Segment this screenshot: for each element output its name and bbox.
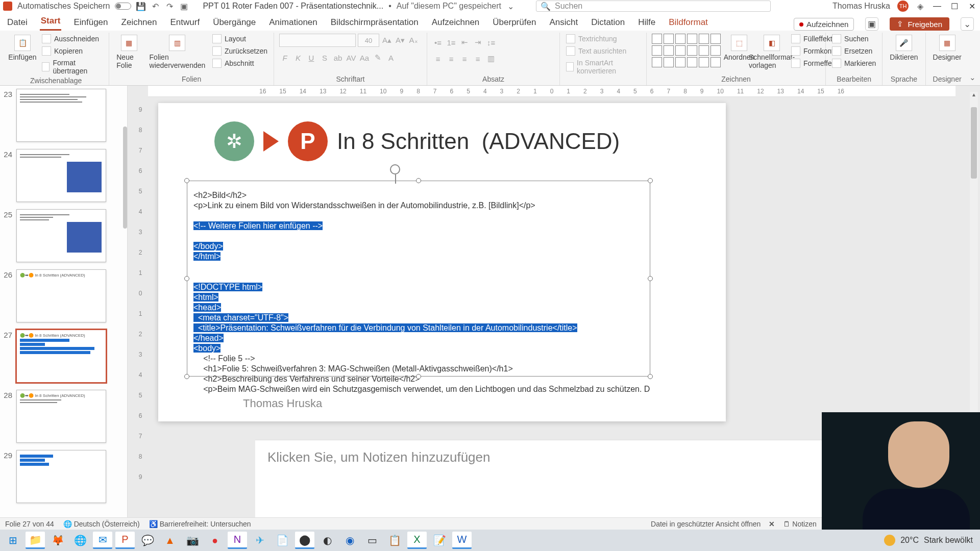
taskbar-outlook[interactable]: ✉ bbox=[93, 532, 112, 549]
section-button[interactable]: Abschnitt bbox=[211, 58, 268, 68]
bullets-button[interactable]: •≡ bbox=[432, 37, 444, 48]
notes-toggle[interactable]: 🗒 Notizen bbox=[783, 520, 816, 528]
resize-handle[interactable] bbox=[416, 178, 421, 183]
tab-start[interactable]: Start bbox=[40, 13, 62, 31]
resize-handle[interactable] bbox=[416, 374, 421, 379]
justify-button[interactable]: ≡ bbox=[472, 53, 483, 64]
thumbnail-25[interactable]: 25 bbox=[2, 209, 123, 262]
weather-text[interactable]: Stark bewölkt bbox=[924, 536, 973, 545]
present-icon[interactable]: ▣ bbox=[179, 2, 188, 11]
resize-handle[interactable] bbox=[184, 374, 189, 379]
taskbar-firefox[interactable]: 🦊 bbox=[48, 532, 67, 549]
shapes-gallery[interactable] bbox=[652, 34, 721, 67]
format-painter-button[interactable]: Format übertragen bbox=[41, 58, 104, 76]
temperature[interactable]: 20°C bbox=[900, 536, 919, 545]
tab-bildformat[interactable]: Bildformat bbox=[668, 14, 709, 31]
avatar[interactable]: TH bbox=[897, 1, 909, 12]
tab-ueberpruefen[interactable]: Überprüfen bbox=[492, 14, 537, 31]
chevron-down-icon[interactable]: ⌄ bbox=[506, 2, 516, 11]
taskbar-telegram[interactable]: ✈ bbox=[250, 532, 270, 549]
taskbar-vlc[interactable]: ▲ bbox=[160, 532, 180, 549]
paste-button[interactable]: 📋Einfügen bbox=[8, 34, 37, 62]
numbering-button[interactable]: 1≡ bbox=[446, 37, 457, 48]
redo-icon[interactable]: ↷ bbox=[165, 2, 174, 11]
taskbar-app7[interactable]: ▭ bbox=[362, 532, 382, 549]
record-button[interactable]: Aufzeichnen bbox=[794, 18, 854, 31]
case-button[interactable]: Aa bbox=[359, 52, 370, 63]
thumbnail-28[interactable]: 28🟢➡🟠 In 8 Schritten (ADVANCED) bbox=[2, 390, 123, 443]
reset-button[interactable]: Zurücksetzen bbox=[211, 46, 268, 56]
decrease-font-icon[interactable]: A▾ bbox=[395, 35, 406, 46]
resize-handle[interactable] bbox=[184, 276, 189, 281]
indent-button[interactable]: ⇥ bbox=[472, 37, 483, 48]
taskbar-app4[interactable]: 📄 bbox=[273, 532, 292, 549]
strike-button[interactable]: S bbox=[319, 52, 330, 63]
search-box[interactable]: 🔍 Suchen bbox=[536, 1, 771, 12]
replace-button[interactable]: Ersetzen bbox=[831, 46, 877, 56]
outdent-button[interactable]: ⇤ bbox=[459, 37, 470, 48]
taskbar-excel[interactable]: X bbox=[407, 532, 427, 549]
tab-animationen[interactable]: Animationen bbox=[268, 14, 318, 31]
protected-view-close[interactable]: ✕ bbox=[769, 520, 775, 528]
columns-button[interactable]: ▥ bbox=[485, 53, 497, 64]
protected-view-link[interactable]: Datei in geschützter Ansicht öffnen bbox=[651, 520, 761, 528]
tab-datei[interactable]: Datei bbox=[6, 14, 29, 31]
spacing-button[interactable]: AV bbox=[346, 52, 357, 63]
taskbar-app8[interactable]: 📋 bbox=[385, 532, 404, 549]
minimize-button[interactable]: — bbox=[932, 1, 942, 11]
select-button[interactable]: Markieren bbox=[831, 58, 877, 68]
underline-button[interactable]: U bbox=[306, 52, 317, 63]
autosave-toggle[interactable] bbox=[115, 3, 131, 10]
tab-dictation[interactable]: Dictation bbox=[590, 14, 626, 31]
new-slide-button[interactable]: ▦Neue Folie bbox=[114, 34, 143, 70]
align-right-button[interactable]: ≡ bbox=[459, 53, 470, 64]
taskbar-word[interactable]: W bbox=[452, 532, 472, 549]
designer-button[interactable]: ▦Designer bbox=[931, 34, 964, 62]
ribbon-collapse-button[interactable]: ⌄ bbox=[961, 17, 974, 31]
taskbar-app2[interactable]: 📷 bbox=[183, 532, 202, 549]
tab-hilfe[interactable]: Hilfe bbox=[637, 14, 656, 31]
font-color-button[interactable]: A bbox=[385, 52, 397, 63]
ribbon-options-icon[interactable]: ⌄ bbox=[969, 73, 976, 82]
align-center-button[interactable]: ≡ bbox=[446, 53, 457, 64]
taskbar-onenote[interactable]: N bbox=[228, 532, 247, 549]
thumbnail-26[interactable]: 26🟢➡🟠 In 8 Schritten (ADVANCED) bbox=[2, 269, 123, 322]
slide[interactable]: ✲ P In 8 Schritten (ADVANCED) <h2>Bild</… bbox=[158, 103, 726, 421]
taskbar-powerpoint[interactable]: P bbox=[115, 532, 135, 549]
present-mini-button[interactable]: ▣ bbox=[865, 17, 878, 31]
tab-aufzeichnen[interactable]: Aufzeichnen bbox=[431, 14, 481, 31]
dictate-button[interactable]: 🎤Diktieren bbox=[888, 34, 920, 62]
diamond-icon[interactable]: ◈ bbox=[916, 2, 925, 11]
thumbnail-scrollbar[interactable] bbox=[123, 127, 127, 229]
rotate-handle[interactable] bbox=[390, 164, 400, 174]
thumbnail-29[interactable]: 29 bbox=[2, 450, 123, 503]
save-icon[interactable]: 💾 bbox=[136, 2, 145, 11]
taskbar-chrome[interactable]: 🌐 bbox=[70, 532, 90, 549]
copy-button[interactable]: Kopieren bbox=[41, 46, 104, 56]
reuse-slides-button[interactable]: ▥Folien wiederverwenden bbox=[148, 34, 207, 70]
thumbnail-23[interactable]: 23 bbox=[2, 89, 123, 142]
thumbnail-27[interactable]: 27🟢➡🟠 In 8 Schritten (ADVANCED) bbox=[2, 330, 123, 383]
quick-styles-button[interactable]: ◧Schnellformat-vorlagen bbox=[757, 34, 786, 70]
code-content[interactable]: <h2>Bild</h2> <p>Link zu einem Bild von … bbox=[187, 181, 650, 398]
slide-counter[interactable]: Folie 27 von 44 bbox=[5, 520, 54, 528]
taskbar-obs[interactable]: ⬤ bbox=[295, 532, 314, 549]
tab-einfuegen[interactable]: Einfügen bbox=[72, 14, 109, 31]
taskbar-notepad[interactable]: 📝 bbox=[430, 532, 449, 549]
taskbar-app6[interactable]: ◉ bbox=[340, 532, 359, 549]
tab-entwurf[interactable]: Entwurf bbox=[169, 14, 201, 31]
resize-handle[interactable] bbox=[184, 178, 189, 183]
cut-button[interactable]: Ausschneiden bbox=[41, 34, 104, 44]
layout-button[interactable]: Layout bbox=[211, 34, 268, 44]
taskbar-explorer[interactable]: 📁 bbox=[26, 532, 45, 549]
maximize-button[interactable]: ☐ bbox=[949, 1, 960, 11]
shadow-button[interactable]: ab bbox=[332, 52, 344, 63]
clear-format-icon[interactable]: Aₓ bbox=[408, 35, 419, 46]
taskbar-app5[interactable]: ◐ bbox=[317, 532, 337, 549]
font-size-select[interactable]: 40 bbox=[358, 34, 379, 47]
font-family-select[interactable] bbox=[279, 34, 356, 47]
start-button[interactable]: ⊞ bbox=[3, 532, 22, 549]
accessibility-button[interactable]: ♿ Barrierefreiheit: Untersuchen bbox=[149, 520, 251, 528]
italic-button[interactable]: K bbox=[292, 52, 304, 63]
highlight-button[interactable]: ✎ bbox=[372, 52, 383, 63]
